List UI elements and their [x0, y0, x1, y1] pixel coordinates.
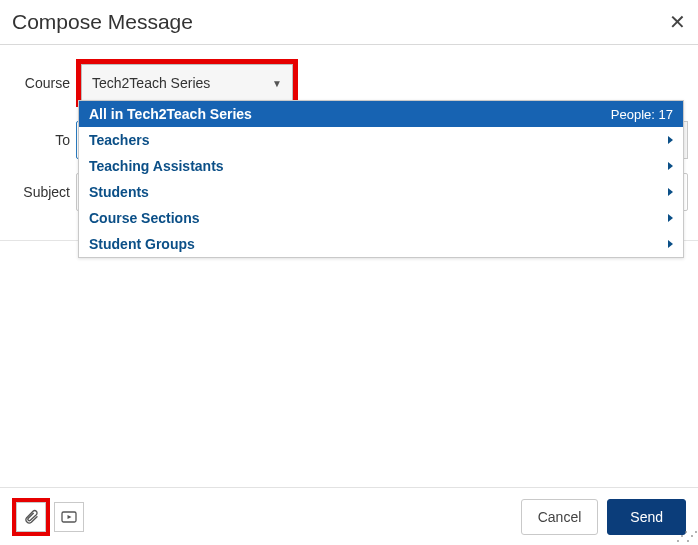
dropdown-item-label: Course Sections: [89, 210, 199, 226]
modal-title: Compose Message: [12, 10, 193, 34]
chevron-right-icon: [668, 240, 673, 248]
dropdown-item[interactable]: Course Sections: [79, 205, 683, 231]
label-subject: Subject: [10, 184, 76, 200]
form-area: Course Tech2Teach Series ▼ To: [0, 45, 698, 211]
chevron-right-icon: [668, 162, 673, 170]
dropdown-item-label: Student Groups: [89, 236, 195, 252]
label-to: To: [10, 132, 76, 148]
close-icon[interactable]: ✕: [669, 12, 686, 32]
modal-header: Compose Message ✕: [0, 0, 698, 45]
footer: Cancel Send ⋰⋰: [0, 487, 698, 545]
attach-button[interactable]: [16, 502, 46, 532]
chevron-right-icon: [668, 188, 673, 196]
media-icon: [61, 510, 77, 524]
dropdown-item[interactable]: Teachers: [79, 127, 683, 153]
chevron-right-icon: [668, 214, 673, 222]
cancel-button[interactable]: Cancel: [521, 499, 599, 535]
dropdown-item-all[interactable]: All in Tech2Teach Series People: 17: [79, 101, 683, 127]
recipient-dropdown: All in Tech2Teach Series People: 17 Teac…: [78, 100, 684, 258]
dropdown-item-label: All in Tech2Teach Series: [89, 106, 252, 122]
media-button[interactable]: [54, 502, 84, 532]
paperclip-icon: [23, 509, 39, 525]
dropdown-item-label: Teaching Assistants: [89, 158, 224, 174]
dropdown-item[interactable]: Student Groups: [79, 231, 683, 257]
course-selected-text: Tech2Teach Series: [92, 75, 210, 91]
dropdown-item-label: Students: [89, 184, 149, 200]
send-button[interactable]: Send: [607, 499, 686, 535]
dropdown-item[interactable]: Students: [79, 179, 683, 205]
svg-marker-6: [68, 515, 72, 519]
attach-highlight-box: [12, 498, 50, 536]
chevron-down-icon: ▼: [272, 78, 282, 89]
dropdown-item-label: Teachers: [89, 132, 149, 148]
chevron-right-icon: [668, 136, 673, 144]
label-course: Course: [10, 75, 76, 91]
compose-modal: Compose Message ✕ Course Tech2Teach Seri…: [0, 0, 698, 545]
dropdown-item[interactable]: Teaching Assistants: [79, 153, 683, 179]
people-count: People: 17: [611, 107, 673, 122]
course-select[interactable]: Tech2Teach Series ▼: [81, 64, 293, 102]
